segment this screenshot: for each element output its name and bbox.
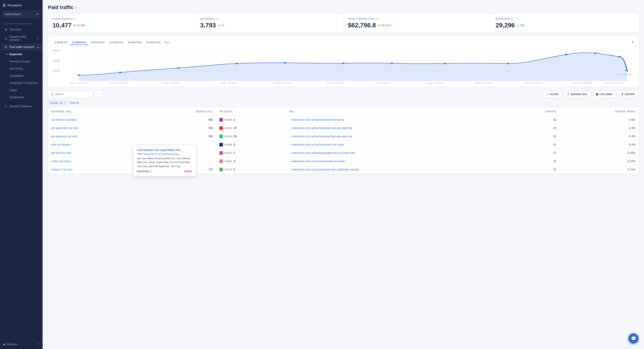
svg-point-18 (618, 56, 621, 58)
col-trafficshare[interactable]: TRAFFIC SHARE (560, 107, 638, 116)
info-icon[interactable]: ℹ (216, 18, 217, 21)
chat-button[interactable]: 💬 (628, 333, 638, 343)
sidebar-item-pages[interactable]: Pages (1, 87, 42, 94)
filter-tags: Include: car × Clear all (48, 100, 638, 105)
sidebar-item-label: Keywords (10, 53, 22, 56)
expand-ads-button[interactable]: ⤢ EXPAND ADS (564, 91, 590, 98)
col-url[interactable]: URL (286, 107, 509, 116)
tab-all[interactable]: ALL (163, 40, 172, 45)
cell-trafficshare: 0.6% (560, 116, 638, 124)
search-box[interactable]: 🔍 (48, 91, 93, 97)
tab-24months[interactable]: 24 MONTHS (107, 40, 126, 45)
sidebar-item-label: Pages (10, 89, 17, 92)
chevron-left-icon: ◀ (3, 343, 5, 346)
svg-text:Apr 2021: Apr 2021 (220, 82, 237, 84)
url-link[interactable]: ↗ www.loans.com.au/car-loans/car-loan-pr… (289, 135, 506, 138)
sidebar: ⊞ All projects Select project ▾ COMPETIT… (0, 0, 42, 349)
tab-6months[interactable]: 6 MONTHS (52, 40, 70, 45)
keyword-link[interactable]: money 3 car loan (51, 168, 72, 171)
download-chart-icon[interactable]: ⬇ (632, 40, 634, 45)
all-projects-label: All projects (8, 4, 22, 7)
search-input[interactable] (55, 93, 90, 96)
sidebar-item-keywords[interactable]: Keywords (1, 51, 42, 58)
svg-text:Aug 2021: Aug 2021 (425, 82, 443, 84)
keyword-link[interactable]: online car loans (51, 160, 71, 163)
info-icon[interactable]: ℹ (511, 18, 512, 21)
url-link[interactable]: ↗ www.loans.com.au/car-loans/car-loan-ap… (289, 168, 506, 171)
sidebar-item-label: Expand Database (10, 105, 32, 108)
sidebar-item-competitor-comparison[interactable]: Competitor Comparison (1, 80, 42, 86)
home-icon: ⊞ (3, 3, 6, 8)
keyword-link[interactable]: pre approval car loan (51, 135, 77, 138)
project-selector[interactable]: Select project ▾ (2, 11, 40, 18)
keyword-link[interactable]: get that car loan (51, 151, 71, 155)
svg-text:Jan 2022: Jan 2022 (615, 73, 632, 76)
cell-url: ↗ www.loans.com.au/landing-pages/new-car… (286, 149, 509, 157)
stat-keywords: KEYWORDS ℹ 3,793 ▲ 52 (196, 14, 343, 33)
sidebar-item-ranking-changes[interactable]: Ranking Changes (1, 58, 42, 65)
database-icon: ⬡ (4, 105, 8, 108)
cell-url: ↗ www.loans.com.au/car-loans/new-car-loa… (286, 141, 509, 149)
tab-12months[interactable]: 12 MONTHS (70, 40, 88, 45)
stat-label: TOTAL TRAFFIC ℹ (52, 18, 191, 21)
filter-tag-remove[interactable]: × (64, 101, 66, 104)
tab-18months[interactable]: 18 MONTHS (88, 40, 107, 45)
svg-point-17 (594, 53, 597, 54)
svg-text:Nov 2021: Nov 2021 (574, 82, 592, 84)
svg-text:40k: 40k (52, 60, 60, 62)
url-link[interactable]: ↗ www.loans.com.au/car-loans/used-car-lo… (289, 160, 506, 163)
sidebar-item-subdomains[interactable]: Subdomains (1, 94, 42, 101)
cell-adcount: #19010 1 (216, 149, 286, 157)
sidebar-item-expand-database[interactable]: ⬡ Expand Database (1, 103, 42, 110)
columns-button[interactable]: ▦ COLUMNS (592, 91, 616, 98)
sidebar-item-competitors[interactable]: Competitors (1, 73, 42, 79)
url-link[interactable]: ↗ www.loans.com.au/landing-pages/new-car… (289, 151, 506, 155)
info-icon[interactable]: ℹ (376, 18, 377, 21)
more-options-button[interactable]: ··· (94, 91, 102, 98)
cell-trafficshare: 0.26% (560, 149, 638, 157)
cell-keyword: pre approved car loan (48, 124, 146, 132)
keyword-link[interactable]: pre approved car loan (51, 127, 78, 130)
sidebar-item-overview[interactable]: ⊞ Overview (1, 26, 42, 33)
stat-value: 3,793 ▲ 52 (200, 22, 338, 29)
sidebar-minimize[interactable]: ◀ Minimize ? (0, 339, 42, 349)
col-searchvol[interactable]: SEARCH VOL. (146, 107, 216, 116)
table-row: car finance australia 880 #18854 1 ↗ www… (48, 116, 638, 124)
external-link-icon: ↗ (289, 160, 291, 163)
help-icon[interactable]: ? (36, 342, 40, 346)
inactive-dot (6, 82, 8, 84)
cell-trafficshare: 0.4% (560, 141, 638, 149)
url-link[interactable]: ↗ www.loans.com.au/car-loans/new-car-loa… (289, 118, 506, 121)
filter-tag-car: Include: car × (48, 100, 68, 105)
sidebar-item-label: Ranking Changes (10, 60, 31, 63)
data-table: KEYWORD (382) SEARCH VOL. AD COUNT URL T… (48, 107, 638, 174)
col-adcount[interactable]: AD COUNT (216, 107, 286, 116)
url-link[interactable]: ↗ www.loans.com.au/car-loans/new-car-loa… (289, 143, 506, 146)
export-button[interactable]: ⬆ EXPORT (618, 91, 638, 98)
sidebar-item-label: Paid traffic research (10, 46, 34, 49)
cell-searchvol: 590 (146, 124, 216, 132)
stats-row: TOTAL TRAFFIC ℹ 10,477 ▼ 11,989 KEYWORDS… (48, 14, 638, 33)
keyword-link[interactable]: new car finance (51, 143, 71, 146)
cell-url: ↗ www.loans.com.au/car-loans/car-loan-pr… (286, 124, 509, 132)
sidebar-header[interactable]: ⊞ All projects (0, 0, 42, 11)
sidebar-item-organic-traffic[interactable]: ◎ Organic traffic research ▾ (1, 34, 42, 43)
svg-point-9 (177, 67, 180, 69)
external-link-icon: ↗ (289, 144, 291, 146)
svg-point-19 (626, 70, 628, 71)
stat-traffic-cost: TOTAL TRAFFIC COST ℹ $62,796.8 ▼ 34,614.… (344, 14, 491, 33)
keyword-link[interactable]: car finance australia (51, 118, 76, 121)
tab-36months[interactable]: 36 MONTHS (144, 40, 163, 45)
url-link[interactable]: ↗ www.loans.com.au/car-loans/car-loan-pr… (289, 127, 506, 130)
sidebar-item-paid-traffic[interactable]: $ Paid traffic research ▴ (1, 44, 42, 51)
tab-30months[interactable]: 30 MONTHS (126, 40, 144, 45)
stat-delta: ▲ 52 (218, 24, 224, 27)
info-icon[interactable]: ℹ (75, 6, 76, 9)
col-traffic[interactable]: TRAFFIC (509, 107, 560, 116)
inactive-dot (6, 61, 8, 62)
info-icon[interactable]: ℹ (73, 18, 74, 21)
clear-all-button[interactable]: Clear all (69, 101, 79, 104)
filter-button[interactable]: ≡ FILTER (544, 91, 562, 98)
sidebar-item-ads-history[interactable]: Ads History (1, 65, 42, 72)
col-keyword[interactable]: KEYWORD (382) (48, 107, 146, 116)
